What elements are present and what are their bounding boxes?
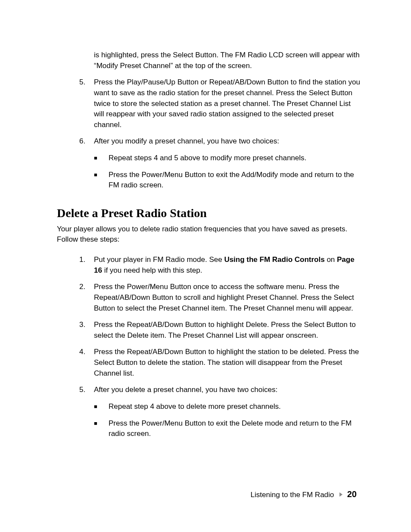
list-text: Press the Repeat/AB/Down Button to highl…	[94, 320, 363, 341]
modify-step-6-bullet-2: ■ Press the Power/Menu Button to exit th…	[94, 170, 363, 191]
delete-step-5-bullet-1: ■ Repeat step 4 above to delete more pre…	[94, 401, 363, 412]
list-text: After you modify a preset channel, you h…	[94, 136, 363, 147]
square-bullet-icon: ■	[94, 153, 109, 164]
list-number: 6.	[79, 136, 94, 147]
list-number: 5.	[79, 77, 94, 130]
list-text: Repeat steps 4 and 5 above to modify mor…	[109, 153, 363, 164]
modify-step-5: 5. Press the Play/Pause/Up Button or Rep…	[79, 77, 363, 130]
xref-fm-radio-controls: Using the FM Radio Controls	[224, 255, 324, 264]
list-text: Press the Power/Menu Button to exit the …	[109, 170, 363, 191]
page-content: is highlighted, press the Select Button.…	[0, 0, 411, 439]
section-intro: Your player allows you to delete radio s…	[57, 224, 363, 245]
list-number: 4.	[79, 347, 94, 379]
delete-step-2: 2. Press the Power/Menu Button once to a…	[79, 282, 363, 314]
delete-step-3: 3. Press the Repeat/AB/Down Button to hi…	[79, 320, 363, 341]
list-number: 1.	[79, 255, 94, 276]
list-text: After you delete a preset channel, you h…	[94, 385, 363, 395]
list-number: 3.	[79, 320, 94, 341]
arrow-right-icon	[339, 492, 342, 497]
list-text: Press the Power/Menu Button once to acce…	[94, 282, 363, 314]
page-footer: Listening to the FM Radio 20	[0, 489, 411, 499]
square-bullet-icon: ■	[94, 170, 109, 191]
square-bullet-icon: ■	[94, 418, 109, 439]
list-number: 5.	[79, 385, 94, 395]
delete-step-5-bullet-2: ■ Press the Power/Menu Button to exit th…	[94, 418, 363, 439]
list-text: Repeat step 4 above to delete more prese…	[109, 401, 363, 412]
modify-step-6: 6. After you modify a preset channel, yo…	[79, 136, 363, 147]
delete-step-4: 4. Press the Repeat/AB/Down Button to hi…	[79, 347, 363, 379]
text-run: Put your player in FM Radio mode. See	[94, 255, 224, 264]
delete-step-5: 5. After you delete a preset channel, yo…	[79, 385, 363, 395]
list-text: Put your player in FM Radio mode. See Us…	[94, 255, 363, 276]
page-number: 20	[347, 489, 357, 499]
square-bullet-icon: ■	[94, 401, 109, 412]
text-run: on	[325, 255, 337, 264]
modify-step-6-bullet-1: ■ Repeat steps 4 and 5 above to modify m…	[94, 153, 363, 164]
prev-item-continuation: is highlighted, press the Select Button.…	[94, 50, 363, 71]
list-text: Press the Power/Menu Button to exit the …	[109, 418, 363, 439]
footer-section-name: Listening to the FM Radio	[251, 491, 334, 499]
delete-step-1: 1. Put your player in FM Radio mode. See…	[79, 255, 363, 276]
list-number: 2.	[79, 282, 94, 314]
list-text: Press the Play/Pause/Up Button or Repeat…	[94, 77, 363, 130]
text-run: if you need help with this step.	[102, 266, 202, 274]
section-heading-delete-preset: Delete a Preset Radio Station	[57, 205, 363, 222]
list-text: Press the Repeat/AB/Down Button to highl…	[94, 347, 363, 379]
